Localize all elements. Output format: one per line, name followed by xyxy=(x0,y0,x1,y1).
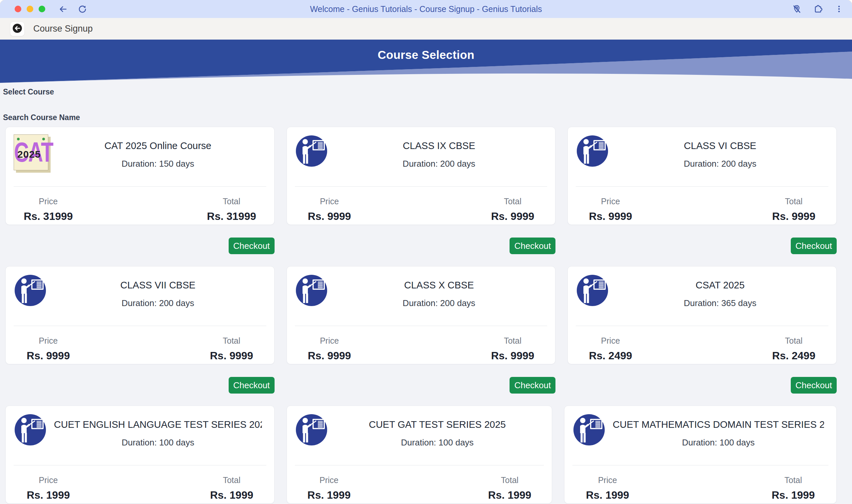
checkout-button[interactable]: Checkout xyxy=(510,377,555,394)
page-title: Welcome - Genius Tutorials - Course Sign… xyxy=(0,4,852,14)
total-value: Rs. 2499 xyxy=(755,349,833,362)
total-label: Total xyxy=(755,197,833,206)
price-value: Rs. 31999 xyxy=(9,210,88,222)
course-card[interactable]: CSAT 2025 Duration: 365 days Price Rs. 2… xyxy=(567,266,837,364)
course-card-header: CUET GAT TEST SERIES 2025 Duration: 100 … xyxy=(287,413,552,454)
total-label: Total xyxy=(192,336,271,346)
checkout-button[interactable]: Checkout xyxy=(510,237,555,254)
price-label: Price xyxy=(9,336,88,346)
price-row: Price Rs. 9999 Total Rs. 9999 xyxy=(6,326,274,362)
price-value: Rs. 9999 xyxy=(571,210,650,222)
price-row: Price Rs. 1999 Total Rs. 1999 xyxy=(287,465,552,501)
browser-menu-icon[interactable] xyxy=(835,5,844,13)
price-row: Price Rs. 9999 Total Rs. 9999 xyxy=(287,187,555,222)
course-card-row: CUET ENGLISH LANGUAGE TEST SERIES 2025 D… xyxy=(5,406,837,504)
course-card[interactable]: CLASS IX CBSE Duration: 200 days Price R… xyxy=(287,127,556,225)
teacher-board-icon xyxy=(295,413,331,447)
total-value: Rs. 1999 xyxy=(753,489,833,501)
course-title: CLASS X CBSE xyxy=(404,280,474,291)
course-title: CLASS VI CBSE xyxy=(684,140,757,151)
course-title: CLASS VII CBSE xyxy=(121,280,196,291)
teacher-board-icon xyxy=(14,274,50,307)
close-window-button[interactable] xyxy=(15,6,21,12)
banner-wave-shape xyxy=(0,40,852,85)
course-title: CUET MATHEMATICS DOMAIN TEST SERIES 2... xyxy=(613,419,824,430)
price-value: Rs. 9999 xyxy=(290,349,369,362)
app-toolbar: Course Signup xyxy=(0,18,852,40)
course-card[interactable]: CUET GAT TEST SERIES 2025 Duration: 100 … xyxy=(287,406,552,504)
total-label: Total xyxy=(473,197,552,206)
price-label: Price xyxy=(290,197,369,206)
total-value: Rs. 1999 xyxy=(192,489,271,501)
cat-2025-poster: CAT 2025 xyxy=(14,134,48,170)
course-card[interactable]: CUET MATHEMATICS DOMAIN TEST SERIES 2...… xyxy=(564,406,837,504)
banner-title: Course Selection xyxy=(0,48,852,61)
reload-icon[interactable] xyxy=(77,5,87,14)
course-card-header: CLASS VII CBSE Duration: 200 days xyxy=(6,274,274,314)
course-duration: Duration: 200 days xyxy=(403,298,475,308)
checkout-button-row: CheckoutCheckoutCheckout xyxy=(5,237,837,254)
browser-back-icon[interactable] xyxy=(58,5,68,14)
toolbar-title: Course Signup xyxy=(33,24,93,34)
course-duration: Duration: 365 days xyxy=(684,298,757,308)
price-label: Price xyxy=(9,197,88,206)
price-label: Price xyxy=(9,475,88,485)
select-course-label: Select Course xyxy=(0,85,852,96)
price-row: Price Rs. 2499 Total Rs. 2499 xyxy=(568,326,836,362)
course-card-header: CLASS X CBSE Duration: 200 days xyxy=(287,274,555,314)
checkout-button-cell: Checkout xyxy=(5,377,274,394)
course-card-header: CLASS IX CBSE Duration: 200 days xyxy=(287,134,555,175)
minimize-window-button[interactable] xyxy=(26,6,33,12)
search-course-name-label: Search Course Name xyxy=(0,113,852,122)
back-button[interactable] xyxy=(10,22,24,36)
course-card-header: CAT 2025 CAT 2025 Online Course Duration… xyxy=(6,134,274,175)
price-value: Rs. 1999 xyxy=(9,489,88,501)
course-duration: Duration: 100 days xyxy=(122,437,194,448)
teacher-board-icon xyxy=(572,413,608,447)
course-duration: Duration: 150 days xyxy=(122,159,194,169)
course-selection-banner: Course Selection xyxy=(0,40,852,85)
checkout-button[interactable]: Checkout xyxy=(229,237,274,254)
fullscreen-window-button[interactable] xyxy=(39,6,45,12)
window-controls xyxy=(0,6,45,12)
browser-window: Welcome - Genius Tutorials - Course Sign… xyxy=(0,0,852,504)
price-value: Rs. 2499 xyxy=(571,349,650,362)
course-duration: Duration: 100 days xyxy=(401,437,474,448)
price-label: Price xyxy=(290,475,368,485)
course-card[interactable]: CAT 2025 CAT 2025 Online Course Duration… xyxy=(5,127,274,225)
teacher-board-icon xyxy=(576,134,612,168)
course-card-row: CLASS VII CBSE Duration: 200 days Price … xyxy=(5,266,837,364)
course-card[interactable]: CUET ENGLISH LANGUAGE TEST SERIES 2025 D… xyxy=(5,406,274,504)
total-value: Rs. 9999 xyxy=(755,210,833,222)
course-card[interactable]: CLASS VII CBSE Duration: 200 days Price … xyxy=(5,266,274,364)
price-value: Rs. 1999 xyxy=(568,489,647,501)
price-row: Price Rs. 1999 Total Rs. 1999 xyxy=(6,465,274,501)
total-value: Rs. 31999 xyxy=(192,210,271,222)
checkout-button[interactable]: Checkout xyxy=(229,377,274,394)
checkout-button[interactable]: Checkout xyxy=(791,237,837,254)
course-title: CUET GAT TEST SERIES 2025 xyxy=(369,419,506,430)
checkout-button-cell: Checkout xyxy=(5,237,274,254)
checkout-button-cell: Checkout xyxy=(567,237,837,254)
extensions-icon[interactable] xyxy=(813,4,823,14)
total-value: Rs. 9999 xyxy=(192,349,271,362)
course-card-header: CSAT 2025 Duration: 365 days xyxy=(568,274,836,314)
course-title: CSAT 2025 xyxy=(696,280,745,291)
course-card[interactable]: CLASS X CBSE Duration: 200 days Price Rs… xyxy=(287,266,556,364)
total-label: Total xyxy=(753,475,833,485)
course-title: CLASS IX CBSE xyxy=(403,140,475,151)
course-card[interactable]: CLASS VI CBSE Duration: 200 days Price R… xyxy=(567,127,837,225)
price-row: Price Rs. 1999 Total Rs. 1999 xyxy=(565,465,836,501)
teacher-board-icon xyxy=(576,274,612,307)
price-label: Price xyxy=(290,336,369,346)
checkout-button[interactable]: Checkout xyxy=(791,377,837,394)
checkout-button-cell: Checkout xyxy=(287,377,556,394)
total-value: Rs. 9999 xyxy=(473,349,552,362)
price-value: Rs. 1999 xyxy=(290,489,368,501)
location-blocked-icon[interactable] xyxy=(792,4,801,14)
course-card-header: CUET ENGLISH LANGUAGE TEST SERIES 2025 D… xyxy=(6,413,274,454)
course-title: CUET ENGLISH LANGUAGE TEST SERIES 2025 xyxy=(54,419,262,430)
total-value: Rs. 9999 xyxy=(473,210,552,222)
course-card-header: CLASS VI CBSE Duration: 200 days xyxy=(568,134,836,175)
course-title: CAT 2025 Online Course xyxy=(105,140,211,151)
